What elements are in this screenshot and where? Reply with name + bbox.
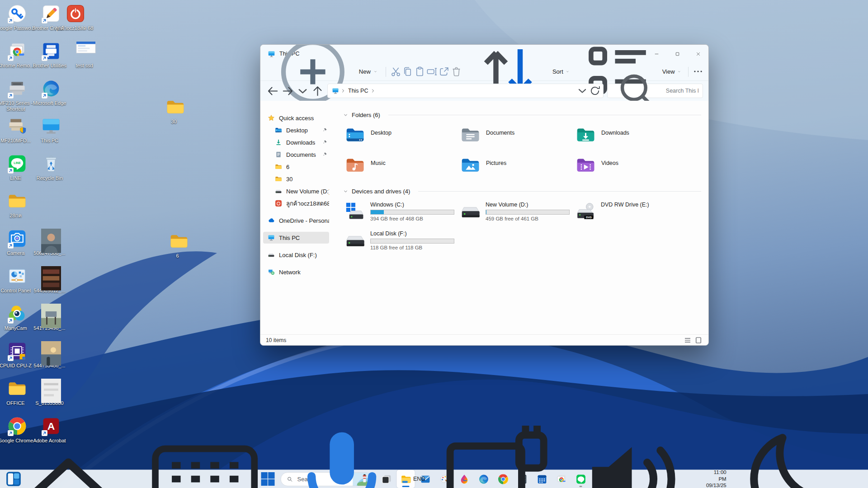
do-not-disturb-button[interactable]: [730, 470, 866, 488]
chevron-down-icon: [566, 69, 569, 74]
folder-tile[interactable]: Documents: [458, 124, 574, 154]
this-pc-icon: [332, 87, 339, 94]
clock[interactable]: 11:00 PM 09/13/25: [702, 469, 730, 488]
folder-name: Videos: [601, 160, 618, 183]
sidebar-item[interactable]: ลูกค้าocz18สด68: [263, 197, 329, 209]
folder-tile[interactable]: Music: [343, 154, 458, 184]
sidebar-item[interactable]: Documents: [263, 149, 329, 160]
desktop-icon[interactable]: 544509612_...: [34, 266, 68, 294]
sidebar-item[interactable]: Quick access: [263, 112, 329, 124]
sidebar-item[interactable]: Downloads: [263, 136, 329, 148]
drive-usage-bar: [486, 210, 570, 215]
desktop-icon[interactable]: OFFICE: [0, 379, 34, 406]
rename-button[interactable]: [426, 64, 438, 80]
address-bar[interactable]: This PC: [327, 84, 604, 98]
toolbar-separator: [386, 67, 386, 77]
desktop-icon[interactable]: MF210 Series - Shortcut: [0, 79, 34, 113]
desktop-icon[interactable]: ลูกค้าocz18สด 68: [59, 4, 92, 31]
monitor-mini-icon: [268, 234, 275, 241]
desktop-icon[interactable]: test ssd: [69, 41, 103, 69]
breadcrumb-this-pc[interactable]: This PC: [347, 88, 369, 94]
desktop-icon[interactable]: LINE LINE: [0, 154, 34, 181]
desktop-icon[interactable]: Microsoft Edge: [34, 79, 68, 106]
cut-button[interactable]: [390, 64, 402, 80]
sidebar-item[interactable]: 30: [263, 173, 329, 185]
copy-button[interactable]: [401, 64, 414, 80]
desktop-icon[interactable]: CPUID CPU-Z: [0, 341, 34, 369]
desktop-icon[interactable]: Camera: [0, 229, 34, 256]
desktop-icon[interactable]: Chrome Remo...: [0, 41, 34, 69]
close-button[interactable]: [688, 45, 708, 63]
sidebar-item[interactable]: This PC: [263, 232, 329, 244]
scissors-icon: [390, 66, 402, 78]
folder-tile[interactable]: Videos: [574, 154, 689, 184]
folder-tile[interactable]: Desktop: [343, 124, 458, 154]
desktop-icon[interactable]: 28กค: [0, 191, 34, 219]
drive-usage-bar: [370, 239, 454, 244]
hidden-icons-button[interactable]: [0, 470, 137, 488]
desktop-icon[interactable]: MF210MFD...: [0, 116, 34, 144]
see-more-button[interactable]: [692, 64, 704, 80]
chevron-down-icon: [343, 113, 348, 117]
desktop-icon[interactable]: 6: [162, 231, 196, 259]
new-button[interactable]: New: [265, 64, 382, 80]
desktop-icon[interactable]: 30: [159, 97, 192, 125]
sidebar-item[interactable]: Desktop: [263, 124, 329, 136]
address-dropdown-button[interactable]: [576, 84, 589, 97]
shortcut-arrow-icon: [8, 18, 14, 23]
folder-documents-icon: [460, 125, 481, 145]
folder-tile[interactable]: Pictures: [458, 154, 574, 184]
folder-tile[interactable]: Downloads: [574, 124, 689, 154]
ellipsis-icon: [692, 66, 704, 77]
refresh-button[interactable]: [589, 84, 601, 97]
desktop-icon[interactable]: S_81333880: [34, 379, 68, 406]
recent-locations-button[interactable]: [296, 84, 310, 98]
shortcut-arrow-icon: [8, 55, 14, 61]
large-thumbnails-view-icon[interactable]: [694, 336, 703, 344]
sidebar-item[interactable]: OneDrive - Personal: [263, 215, 329, 226]
back-button[interactable]: [266, 84, 280, 98]
search-input[interactable]: [666, 88, 698, 94]
delete-button[interactable]: [450, 64, 462, 80]
photo2-icon: [41, 266, 61, 286]
sidebar-item[interactable]: Local Disk (F:): [263, 249, 329, 261]
drive-tile[interactable]: DVD DVD RW Drive (E:): [574, 200, 689, 229]
drive-tile[interactable]: New Volume (D:) 459 GB free of 461 GB: [458, 200, 574, 229]
drive-tile[interactable]: Local Disk (F:) 118 GB free of 118 GB: [343, 229, 458, 258]
desktop-icon[interactable]: Brother Utilities: [34, 41, 68, 69]
folders-section-header[interactable]: Folders (6): [343, 112, 701, 118]
folders-grid: Desktop Documents Downloads Musi: [343, 124, 701, 184]
sidebar-item[interactable]: New Volume (D:): [263, 185, 329, 197]
network-icon: [431, 413, 563, 488]
desktop-icon[interactable]: 506247380_...: [34, 229, 68, 256]
desktop-icon[interactable]: 544753486_...: [34, 341, 68, 369]
language-indicator[interactable]: ENG: [410, 476, 429, 482]
desktop-icon[interactable]: Google Passwo...: [0, 4, 34, 31]
desktop-icon-label: test ssd: [65, 63, 104, 69]
maximize-button[interactable]: [667, 45, 688, 63]
navigation-pane: Quick access Desktop Downloads: [260, 101, 332, 334]
desktop-icon[interactable]: Control Panel: [0, 266, 34, 294]
photo1-icon: [41, 229, 61, 249]
sidebar-item[interactable]: 6: [263, 161, 329, 173]
desktop-icon[interactable]: 541715496_...: [34, 304, 68, 331]
desktop-icon[interactable]: ManyCam: [0, 304, 34, 331]
network-button[interactable]: [429, 470, 565, 488]
microphone-button[interactable]: [274, 470, 410, 488]
sidebar-item[interactable]: Network: [263, 266, 329, 278]
details-view-icon[interactable]: [683, 336, 692, 344]
drive-tile[interactable]: Windows (C:) 394 GB free of 468 GB: [343, 200, 458, 229]
paste-button[interactable]: [414, 64, 426, 80]
forward-button[interactable]: [281, 84, 295, 98]
desktop-icon[interactable]: Recycle Bin: [34, 154, 68, 181]
drive-dvd-icon: DVD: [576, 202, 596, 222]
desktop-icon[interactable]: This PC: [34, 116, 68, 144]
explorer-search[interactable]: [607, 84, 703, 98]
volume-button[interactable]: [565, 470, 702, 488]
up-button[interactable]: [311, 84, 325, 98]
item-count: 10 items: [266, 337, 286, 343]
share-button[interactable]: [438, 64, 450, 80]
drives-section-header[interactable]: Devices and drives (4): [343, 188, 701, 195]
sort-button[interactable]: Sort: [462, 64, 573, 80]
touch-keyboard-button[interactable]: [137, 470, 273, 488]
